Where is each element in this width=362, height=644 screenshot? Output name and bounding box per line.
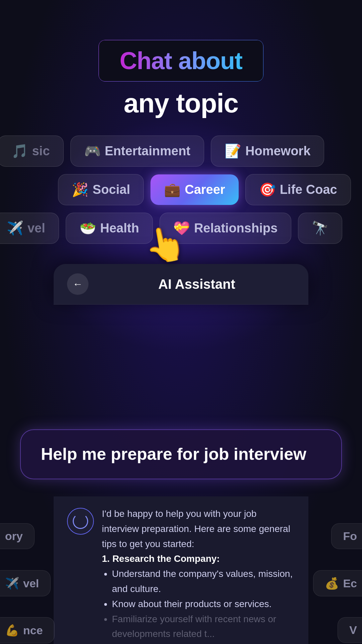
message-bubble: Help me prepare for job interview [20,429,342,479]
chip-social[interactable]: 🎉 Social [58,174,144,205]
chip-ory[interactable]: ory [0,523,35,549]
ai-point1-title: 1. Research the Company: [102,551,295,567]
fo-label: Fo [343,530,357,543]
ai-avatar [67,508,94,535]
side-right-v-wrapper: V [338,617,362,643]
bottom-left-chip-wrapper: ✈️ vel [0,570,51,596]
chip-entertainment[interactable]: 🎮 Entertainment [70,136,204,167]
ience-emoji: 💪 [5,624,19,637]
chip-bottom-right[interactable]: 💰 Ec [313,570,362,596]
chip-homework-label: Homework [245,144,310,158]
user-message: Help me prepare for job interview [41,443,321,465]
side-left-ory-wrapper: ory [0,523,35,549]
social-emoji: 🎉 [72,182,88,198]
chat-about-box: Chat about [99,40,263,81]
v-label: V [349,624,357,637]
ai-bullet-2: Know about their products or services. [112,597,295,612]
chip-bottom-left[interactable]: ✈️ vel [0,570,51,596]
career-emoji: 💼 [164,182,181,198]
chip-career-label: Career [185,182,225,197]
bottom-right-emoji: 💰 [325,577,339,590]
health-emoji: 🥗 [79,220,96,236]
chip-life-coach-label: Life Coac [280,182,337,197]
ai-bullet-3: Familiarize yourself with recent news or… [112,612,295,642]
chips-row-2: 🎉 Social 💼 Career 🎯 Life Coac [0,174,362,205]
music-emoji: 🎵 [11,143,28,159]
bottom-right-chip-wrapper: 💰 Ec [313,570,362,596]
chip-relationships-label: Relationships [194,221,278,235]
bottom-left-emoji: ✈️ [5,577,19,590]
homework-emoji: 📝 [225,143,241,159]
header-section: Chat about any topic [99,40,263,136]
chip-health[interactable]: 🥗 Health [66,213,153,244]
side-left-ience-wrapper: 💪 nce [0,617,55,643]
ai-bullet-1: Understand the company's values, mission… [112,567,295,597]
ience-label: nce [23,624,43,637]
chip-music-label: sic [32,144,50,158]
chip-social-label: Social [93,182,130,197]
chip-v[interactable]: V [338,617,362,643]
message-bubble-wrapper: Help me prepare for job interview [0,419,362,489]
travel-emoji: ✈️ [7,220,23,236]
phone-title: AI Assistant [99,277,295,292]
ai-point1-list: Understand the company's values, mission… [112,567,295,642]
bottom-left-label: vel [23,577,39,590]
chip-travel-label: vel [27,221,45,235]
side-right-fo-wrapper: Fo [331,523,362,549]
chip-health-label: Health [100,221,139,235]
chip-homework[interactable]: 📝 Homework [211,136,324,167]
chip-fo[interactable]: Fo [331,523,362,549]
any-topic-label: any topic [124,88,238,119]
entertainment-emoji: 🎮 [84,143,101,159]
life-coach-emoji: 🎯 [259,182,276,198]
chip-telescope[interactable]: 🔭 [298,213,342,244]
chip-career[interactable]: 💼 Career [150,174,238,205]
ai-response: I'd be happy to help you with your job i… [54,496,308,644]
ai-response-text: I'd be happy to help you with your job i… [102,506,295,642]
phone-mockup: ← AI Assistant [54,264,308,305]
chat-about-label: Chat about [120,47,242,74]
ai-intro: I'd be happy to help you with your job i… [102,506,295,551]
telescope-emoji: 🔭 [312,220,328,236]
back-button[interactable]: ← [67,273,88,295]
chip-entertainment-label: Entertainment [105,144,190,158]
main-content: Chat about any topic 🎵 sic 🎮 Entertainme… [0,0,362,305]
chip-life-coach[interactable]: 🎯 Life Coac [245,174,351,205]
chip-travel[interactable]: ✈️ vel [0,213,59,244]
ai-avatar-ring [73,514,88,529]
chips-row-1: 🎵 sic 🎮 Entertainment 📝 Homework [0,136,362,167]
chip-music[interactable]: 🎵 sic [0,136,64,167]
chip-ience[interactable]: 💪 nce [0,617,55,643]
phone-header: ← AI Assistant [54,264,308,305]
ory-label: ory [5,530,23,543]
bottom-right-label: Ec [343,577,357,590]
cursor-hand: 👆 [141,221,189,268]
